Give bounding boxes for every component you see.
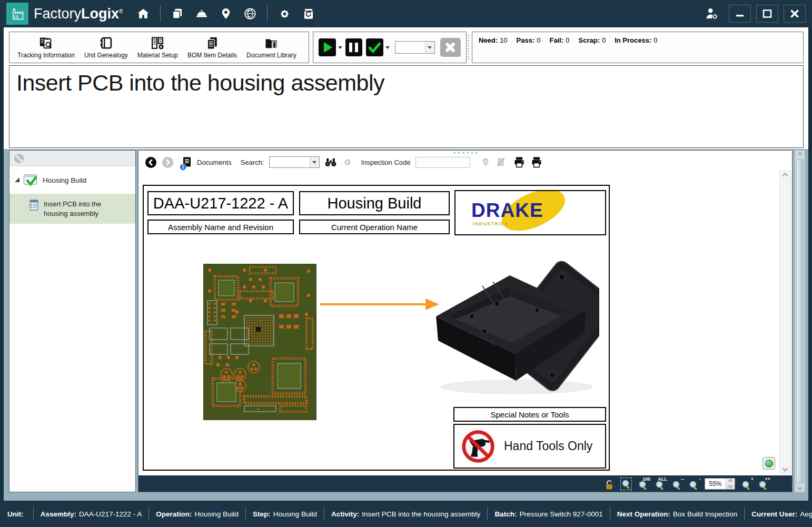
status-next-operation: Next Operation:Box Build Inspection <box>617 510 738 518</box>
search-combo[interactable] <box>269 156 320 168</box>
scrollbar-thumb[interactable] <box>796 160 804 483</box>
pass-counter: Pass:0 <box>517 36 541 44</box>
zoom-in-fast-button[interactable]: ++ <box>757 478 769 490</box>
tracking-information-button[interactable]: Tracking Information <box>13 33 80 62</box>
zoom-out-fast-button[interactable]: -- <box>671 478 682 490</box>
settings-gear-icon[interactable] <box>272 2 296 25</box>
pcb-image <box>203 264 316 420</box>
globe-icon[interactable] <box>238 2 262 25</box>
pause-button[interactable] <box>345 38 363 56</box>
print-settings-icon[interactable] <box>530 156 543 168</box>
zoom-fit-all-button[interactable]: ALL <box>654 478 666 490</box>
inspection-settings-gear-icon[interactable] <box>342 156 353 168</box>
pin-check-icon[interactable] <box>480 156 491 168</box>
need-counter: Need:10 <box>479 36 508 44</box>
viewer-zoombar: 100 ALL -- - 55% + <box>138 475 792 492</box>
combo-dropdown-arrow[interactable] <box>310 157 319 167</box>
inspection-code-label: Inspection Code <box>361 158 411 166</box>
status-batch: Batch:Pressure Switch 927-0001 <box>494 510 602 518</box>
status-ready-button[interactable] <box>763 457 775 470</box>
complete-options-caret[interactable] <box>385 46 390 49</box>
operation-name-box: Housing Build <box>299 191 450 215</box>
check-icon <box>368 41 381 54</box>
company-logo-box: DRAKE INDUSTRIES <box>454 190 606 235</box>
document-library-icon <box>264 36 279 51</box>
factory-logo-icon <box>6 3 28 25</box>
zoom-level-value: 55% <box>705 479 726 489</box>
location-pin-icon[interactable] <box>214 2 238 25</box>
document-library-button[interactable]: Document Library <box>242 33 301 62</box>
status-operation: Operation:Housing Build <box>156 510 239 518</box>
material-setup-button[interactable]: Material Setup <box>133 33 183 62</box>
zoom-select-tool[interactable] <box>620 478 632 490</box>
clear-markup-icon[interactable] <box>496 156 506 168</box>
special-notes-text: Hand Tools Only <box>504 439 592 453</box>
document-canvas[interactable]: DAA-U217-1222 - A Assembly Name and Revi… <box>138 171 778 475</box>
unit-genealogy-button[interactable]: Unit Genealogy <box>80 33 133 62</box>
status-assembly: Assembly:DAA-U217-1222 - A <box>41 510 142 518</box>
documents-button[interactable]: 2 <box>182 156 192 168</box>
home-icon[interactable] <box>131 2 155 25</box>
activity-title-panel: Insert PCB into the housing assembly <box>9 65 804 148</box>
viewer-splitter-grip[interactable] <box>453 152 478 154</box>
drake-logo-subtext: INDUSTRIES <box>473 221 508 226</box>
cancel-button[interactable] <box>440 38 461 57</box>
documents-label: Documents <box>197 158 232 166</box>
back-button[interactable] <box>145 156 157 168</box>
scroll-down-icon[interactable] <box>782 465 788 471</box>
copy-pages-icon[interactable] <box>165 2 190 25</box>
hardhat-icon[interactable] <box>190 2 214 25</box>
toolbar-grip[interactable] <box>468 35 469 60</box>
viewer-toolbar: 2 Documents Search: Inspection Code <box>138 154 777 170</box>
unit-genealogy-icon <box>98 36 113 51</box>
unlock-icon[interactable] <box>603 478 615 490</box>
titlebar: FactoryLogix® <box>0 0 812 27</box>
start-options-caret[interactable] <box>338 46 342 49</box>
search-label: Search: <box>241 158 264 166</box>
drake-logo-text: DRAKE <box>471 200 543 222</box>
combo-dropdown-arrow[interactable] <box>425 42 434 53</box>
titlebar-separator <box>160 5 161 22</box>
binoculars-icon[interactable] <box>324 157 337 167</box>
window-border-right <box>808 27 812 501</box>
status-current-user: Current User:AegisAdmin <box>751 510 812 518</box>
scroll-up-icon[interactable] <box>782 173 788 178</box>
print-icon[interactable] <box>513 156 526 168</box>
inspection-code-input[interactable] <box>415 157 470 168</box>
panel-scrollbar[interactable] <box>795 150 805 492</box>
no-drill-icon <box>461 429 496 464</box>
document-scrollbar[interactable] <box>779 171 791 474</box>
sidebar-item-insert-pcb[interactable]: Insert PCB into the housing assembly <box>9 194 135 224</box>
document-viewer: 2 Documents Search: Inspection Code <box>138 150 793 492</box>
blocked-icon <box>13 153 25 164</box>
close-icon[interactable] <box>784 5 806 23</box>
complete-button[interactable] <box>366 38 383 56</box>
assembly-name-box: DAA-U217-1222 - A <box>147 191 294 215</box>
start-button[interactable] <box>319 38 336 56</box>
sidebar-item-housing-build[interactable]: Housing Build <box>9 166 135 194</box>
maximize-icon[interactable] <box>756 5 778 23</box>
scrap-counter: Scrap:0 <box>579 36 606 44</box>
minimize-icon[interactable] <box>729 5 751 23</box>
status-activity: Activity:Insert PCB into the housing ass… <box>331 510 480 518</box>
history-box-icon[interactable] <box>296 2 321 25</box>
tree-expander-icon[interactable] <box>15 177 19 182</box>
zoom-level-spinner[interactable]: 55% <box>705 478 735 490</box>
logout-user-icon[interactable] <box>699 2 724 25</box>
zoom-100-button[interactable]: 100 <box>637 478 649 490</box>
material-setup-icon <box>150 36 165 51</box>
window-border-left <box>0 27 4 501</box>
zoom-spinner-arrows[interactable] <box>726 479 735 489</box>
app-title: FactoryLogix® <box>34 6 123 22</box>
unit-select-combo[interactable] <box>395 41 435 54</box>
operation-caption-box: Current Operation Name <box>299 220 450 234</box>
zoom-in-button[interactable]: + <box>740 478 752 490</box>
forward-button[interactable] <box>162 156 174 168</box>
scroll-down-icon[interactable] <box>798 486 802 490</box>
arrow-icon <box>320 294 440 315</box>
bom-item-details-button[interactable]: BOM Item Details <box>183 33 242 62</box>
tracking-information-icon <box>38 36 53 51</box>
scroll-up-icon[interactable] <box>798 152 802 156</box>
zoom-out-button[interactable]: - <box>688 478 699 490</box>
sidebar-item-label: Housing Build <box>43 176 86 184</box>
